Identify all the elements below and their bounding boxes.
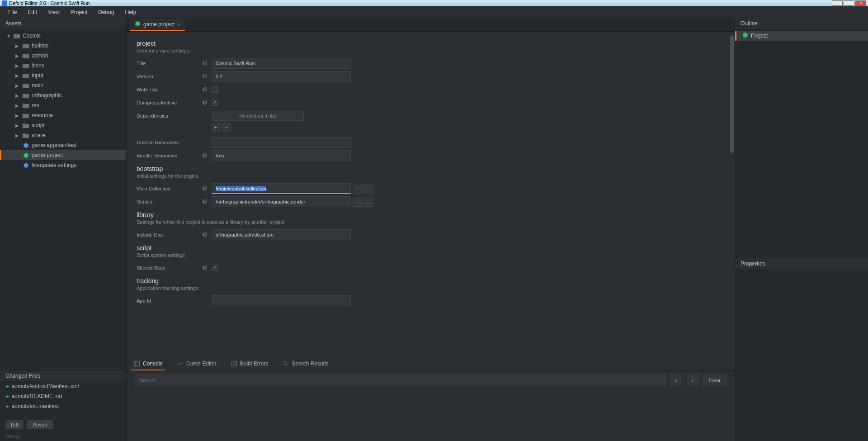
tree-file[interactable]: liveupdate.settings [0, 160, 126, 170]
menubar: File Edit View Project Debug Help [0, 6, 868, 18]
chevron-right-icon[interactable]: ▶ [15, 83, 20, 88]
folder-icon [23, 123, 29, 128]
writelog-checkbox[interactable] [212, 86, 218, 93]
browse-resource-icon[interactable]: … [364, 184, 374, 194]
menu-file[interactable]: File [4, 7, 21, 17]
reset-icon[interactable] [200, 58, 210, 68]
section-title-tracking: tracking [137, 277, 725, 285]
reset-icon[interactable] [200, 98, 210, 108]
outline-item-project[interactable]: Project [735, 31, 868, 41]
menu-debug[interactable]: Debug [94, 7, 118, 17]
include-dirs-input[interactable] [212, 229, 351, 240]
chevron-right-icon[interactable]: ▶ [15, 123, 20, 128]
tree-folder[interactable]: ▶resource [0, 110, 126, 120]
tree-file-active[interactable]: game.project [0, 150, 126, 160]
field-label-compress: Compress Archive [137, 100, 200, 105]
reset-icon[interactable] [200, 230, 210, 240]
chevron-right-icon[interactable]: ▶ [15, 93, 20, 98]
menu-help[interactable]: Help [121, 7, 141, 17]
scrollbar-vertical[interactable] [730, 35, 734, 153]
folder-icon [23, 103, 29, 108]
bundle-resources-input[interactable] [212, 150, 351, 161]
tree-folder[interactable]: ▶builtins [0, 41, 126, 51]
chevron-down-icon[interactable]: ▼ [6, 33, 11, 38]
gear-icon [742, 32, 748, 39]
chevron-right-icon[interactable]: ▶ [15, 133, 20, 138]
tree-folder[interactable]: ▶share [0, 130, 126, 140]
console-tab[interactable]: Console [131, 357, 165, 370]
chevron-right-icon[interactable]: ▶ [15, 73, 20, 78]
changed-file[interactable]: +admob/AndroidManifest.xml [0, 381, 126, 391]
chevron-right-icon[interactable]: ▶ [15, 43, 20, 48]
reset-icon[interactable] [200, 85, 210, 95]
version-input[interactable] [212, 71, 351, 82]
tab-game-project[interactable]: game.project × [130, 19, 185, 31]
curve-editor-tab[interactable]: Curve Editor [175, 357, 219, 370]
section-title-library: library [137, 211, 725, 218]
render-input[interactable] [212, 196, 351, 207]
reset-icon[interactable] [200, 197, 210, 207]
goto-resource-icon[interactable]: →| [353, 184, 363, 194]
build-errors-tab[interactable]: Build Errors [228, 357, 271, 370]
changed-file[interactable]: +admob/ext.manifest [0, 401, 126, 411]
changed-file-name: admob/AndroidManifest.xml [12, 383, 79, 389]
tree-folder[interactable]: ▶input [0, 71, 126, 81]
main-collection-input[interactable] [212, 183, 351, 194]
tree-folder[interactable]: ▶res [0, 100, 126, 110]
chevron-right-icon[interactable]: ▶ [15, 63, 20, 68]
title-input[interactable] [212, 58, 351, 69]
app-id-input[interactable] [212, 295, 351, 306]
section-title-script: script [137, 244, 725, 251]
diff-button[interactable]: Diff [5, 420, 24, 429]
tab-close-icon[interactable]: × [177, 22, 180, 27]
chevron-right-icon[interactable]: ▶ [15, 53, 20, 58]
tree-folder[interactable]: ▶script [0, 120, 126, 130]
browse-resource-icon[interactable]: … [364, 197, 374, 207]
reset-icon[interactable] [200, 184, 210, 194]
window-title: Defold Editor 2.0 - Cosmic Swift Run [9, 0, 832, 6]
tree-file[interactable]: game.appmanifest [0, 140, 126, 150]
menu-project[interactable]: Project [66, 7, 92, 17]
tree-folder[interactable]: ▶orthographic [0, 90, 126, 100]
add-dependency-button[interactable]: + [212, 123, 220, 132]
reset-icon[interactable] [200, 263, 210, 273]
menu-edit[interactable]: Edit [23, 7, 42, 17]
tree-folder[interactable]: ▶icons [0, 61, 126, 71]
reset-icon[interactable] [200, 71, 210, 81]
revert-button[interactable]: Revert [27, 420, 52, 429]
custom-resources-input[interactable] [212, 137, 351, 148]
gear-icon [23, 162, 29, 168]
folder-icon [23, 63, 29, 68]
window-close-button[interactable]: × [855, 0, 866, 6]
search-prev-button[interactable]: ‹ [670, 375, 682, 386]
folder-icon [23, 133, 29, 138]
compress-checkbox[interactable]: ✓ [212, 100, 218, 106]
remove-dependency-button[interactable]: − [222, 123, 231, 132]
console-search-input[interactable] [135, 375, 666, 386]
shared-state-checkbox[interactable]: ✓ [212, 265, 218, 271]
search-results-tab[interactable]: Search Results [280, 357, 331, 370]
window-minimize-button[interactable]: − [832, 0, 843, 6]
window-maximize-button[interactable]: □ [844, 0, 854, 6]
dependencies-list[interactable]: No content in list [212, 111, 304, 121]
chevron-right-icon[interactable]: ▶ [15, 103, 20, 108]
tree-folder[interactable]: ▶admob [0, 51, 126, 61]
changed-file[interactable]: +admob/README.md [0, 391, 126, 401]
tree-folder[interactable]: ▶main [0, 81, 126, 90]
goto-resource-icon[interactable]: →| [353, 197, 363, 207]
section-desc: Initial settings for the engine [137, 173, 725, 179]
tab-label: Curve Editor [186, 360, 217, 367]
field-label-writelog: Write Log [137, 87, 200, 92]
chevron-right-icon[interactable]: ▶ [15, 113, 20, 118]
properties-body [735, 269, 868, 441]
status-bar: Ready [0, 432, 126, 441]
search-next-button[interactable]: › [687, 375, 698, 386]
svg-rect-0 [134, 361, 140, 366]
reset-icon[interactable] [200, 151, 210, 161]
menu-view[interactable]: View [43, 7, 64, 17]
properties-header: Properties [735, 258, 868, 269]
tree-folder-root[interactable]: ▼ Cosmic [0, 31, 126, 41]
clear-button[interactable]: Clear [703, 375, 726, 386]
assets-tree[interactable]: ▼ Cosmic ▶builtins ▶admob ▶icons ▶input … [0, 29, 126, 370]
tree-label: resource [32, 112, 53, 119]
